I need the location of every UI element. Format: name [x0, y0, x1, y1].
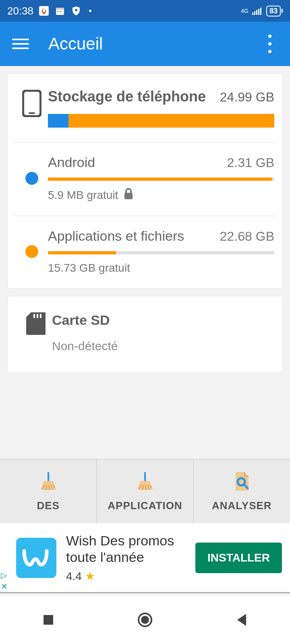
- apps-label: Applications et fichiers: [48, 228, 184, 244]
- phone-storage-header[interactable]: Stockage de téléphone 24.99 GB: [8, 74, 282, 142]
- overflow-menu-button[interactable]: [262, 35, 278, 53]
- ad-banner[interactable]: Wish Des promos toute l'année 4.4 ★ INST…: [0, 523, 290, 593]
- ad-title-line2: toute l'année: [66, 549, 195, 566]
- bottom-tabs: DES APPLICATION ANALYSER: [0, 459, 290, 523]
- signal-icon: [252, 5, 263, 17]
- svg-rect-8: [256, 10, 257, 15]
- status-bar: 20:38 4G 83: [0, 0, 290, 22]
- sd-title: Carte SD: [52, 312, 118, 328]
- apps-storage-row[interactable]: Applications et fichiers 22.68 GB 15.73 …: [8, 216, 282, 288]
- android-bar: [48, 178, 274, 181]
- svg-point-5: [75, 9, 77, 11]
- sd-card-icon: [20, 312, 52, 335]
- install-button[interactable]: INSTALLER: [195, 543, 282, 573]
- apps-dot-icon: [25, 245, 38, 258]
- svg-rect-14: [33, 314, 35, 318]
- svg-rect-2: [56, 8, 64, 10]
- file-search-icon: [231, 471, 253, 494]
- svg-rect-13: [124, 193, 133, 199]
- ad-close-icon[interactable]: ✕: [1, 582, 8, 591]
- status-clock: 20:38: [7, 5, 33, 17]
- apps-free-label: 15.73 GB gratuit: [48, 262, 130, 275]
- page-title: Accueil: [48, 34, 103, 54]
- tab-des[interactable]: DES: [0, 459, 97, 523]
- svg-rect-21: [44, 615, 53, 625]
- apps-size: 22.68 GB: [220, 229, 274, 244]
- android-storage-row[interactable]: Android 2.31 GB 5.9 MB gratuit: [8, 142, 282, 216]
- phone-storage-title: Stockage de téléphone: [48, 88, 206, 105]
- menu-button[interactable]: [12, 34, 32, 54]
- broom-icon: [134, 471, 156, 494]
- sd-card-card[interactable]: Carte SD Non-détecté: [7, 296, 283, 373]
- android-size: 2.31 GB: [227, 155, 274, 170]
- nav-home-button[interactable]: [129, 604, 161, 636]
- tab-analyser[interactable]: ANALYSER: [194, 459, 290, 523]
- nav-back-button[interactable]: [226, 604, 258, 636]
- storage-bar: [48, 114, 274, 128]
- fire-icon: [38, 5, 50, 17]
- system-nav-bar: [0, 596, 290, 644]
- svg-rect-7: [254, 11, 255, 15]
- ad-info-icon[interactable]: ▷: [1, 570, 8, 580]
- tab-des-label: DES: [37, 500, 59, 512]
- tab-application[interactable]: APPLICATION: [97, 459, 193, 523]
- ad-rating: 4.4: [66, 570, 82, 582]
- battery-icon: 83: [266, 6, 283, 17]
- svg-rect-10: [260, 8, 261, 15]
- svg-rect-16: [40, 314, 41, 318]
- phone-storage-card: Stockage de téléphone 24.99 GB Android 2…: [7, 73, 283, 289]
- android-free-label: 5.9 MB gratuit: [48, 189, 118, 202]
- apps-bar: [48, 251, 274, 254]
- svg-rect-18: [144, 472, 146, 481]
- app-toolbar: Accueil: [0, 22, 290, 66]
- svg-point-23: [141, 616, 149, 624]
- notification-dot-icon: [89, 10, 91, 12]
- lock-icon: [124, 188, 133, 202]
- svg-rect-9: [258, 9, 259, 15]
- phone-icon: [16, 90, 48, 117]
- ad-title-line1: Wish Des promos: [66, 533, 195, 549]
- tab-analyser-label: ANALYSER: [212, 500, 272, 512]
- nav-recent-button[interactable]: [32, 604, 64, 636]
- android-label: Android: [48, 155, 95, 170]
- phone-storage-total: 24.99 GB: [220, 90, 274, 105]
- svg-rect-17: [48, 472, 49, 481]
- svg-rect-4: [60, 11, 61, 12]
- calendar-icon: [54, 5, 66, 17]
- star-icon: ★: [85, 570, 95, 582]
- svg-rect-15: [37, 314, 38, 318]
- sd-status: Non-détecté: [52, 339, 118, 353]
- svg-rect-3: [57, 11, 59, 12]
- svg-rect-6: [252, 12, 253, 15]
- network-type-label: 4G: [241, 8, 249, 14]
- android-dot-icon: [25, 172, 38, 185]
- wish-logo-icon: [16, 538, 56, 578]
- tab-application-label: APPLICATION: [108, 500, 182, 512]
- svg-rect-12: [29, 112, 35, 114]
- broom-icon: [37, 471, 59, 494]
- shield-icon: [70, 5, 82, 17]
